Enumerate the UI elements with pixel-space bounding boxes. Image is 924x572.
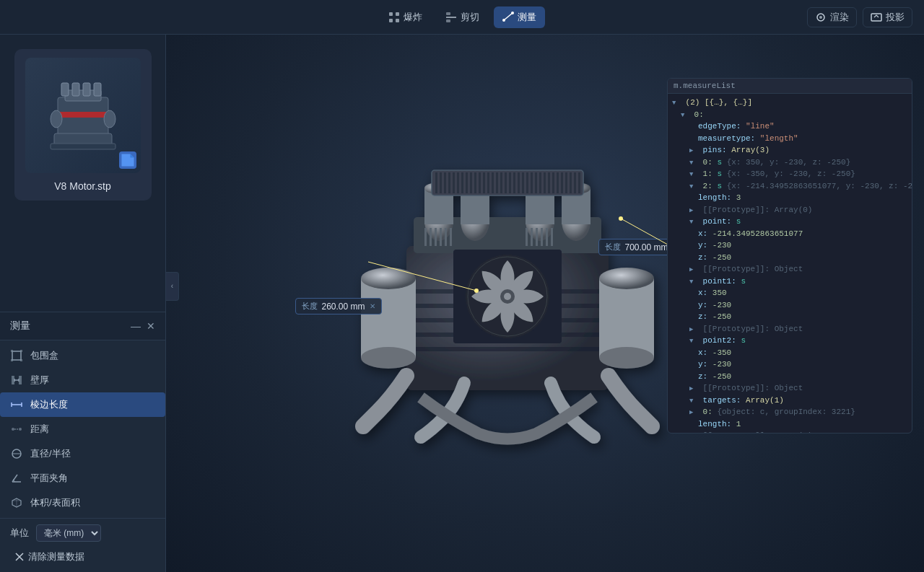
svg-rect-101 — [492, 172, 494, 193]
expand-pins[interactable] — [689, 146, 698, 157]
svg-rect-111 — [535, 172, 537, 193]
file-card[interactable]: V8 Motor.stp — [14, 49, 152, 201]
measure-item-diameter[interactable]: 直径/半径 — [0, 441, 165, 466]
expand-proto2[interactable] — [689, 325, 698, 335]
minimize-icon[interactable]: — — [131, 320, 141, 332]
measure-item-angle[interactable]: 平面夹角 — [0, 466, 165, 490]
file-name: V8 Motor.stp — [54, 180, 111, 192]
vol-icon — [10, 496, 23, 509]
render-button[interactable]: 渲染 — [807, 7, 857, 27]
svg-rect-104 — [505, 172, 507, 193]
expand-proto0[interactable] — [689, 206, 698, 216]
project-label: 投影 — [886, 11, 905, 24]
expand-targets[interactable] — [689, 397, 698, 407]
unit-label: 单位 — [10, 527, 29, 540]
svg-rect-72 — [599, 278, 654, 358]
svg-rect-16 — [83, 83, 90, 96]
svg-rect-4 — [446, 17, 456, 18]
svg-rect-86 — [551, 228, 553, 246]
clear-button[interactable]: 清除测量数据 — [10, 547, 89, 566]
toolbar-right: 渲染 投影 — [807, 7, 912, 27]
explode-button[interactable]: 爆炸 — [380, 6, 431, 28]
svg-rect-14 — [61, 83, 69, 96]
measure-icon — [502, 12, 514, 23]
measure-button[interactable]: 测量 — [494, 6, 545, 28]
svg-rect-121 — [578, 172, 580, 193]
console-panel[interactable]: m.measureList (2) [{…}, {…}] 0: edgeType… — [667, 78, 912, 434]
measure-item-label: 平面夹角 — [30, 472, 68, 485]
close-icon[interactable]: ✕ — [147, 320, 155, 332]
viewport[interactable]: 长度 260.00 mm ✕ 长度 700.00 mm ✕ m.measureL… — [166, 35, 924, 572]
cut-icon — [445, 12, 457, 23]
cut-button[interactable]: 剪切 — [437, 6, 488, 28]
expand-point2[interactable] — [689, 337, 698, 347]
collapse-arrow[interactable]: ‹ — [166, 272, 179, 301]
expand-arrow-0[interactable] — [681, 111, 689, 121]
expand-point[interactable] — [689, 218, 698, 228]
svg-rect-5 — [446, 12, 450, 15]
top-toolbar: 爆炸 剪切 测量 — [0, 0, 924, 35]
svg-rect-88 — [435, 172, 437, 193]
svg-rect-118 — [565, 172, 567, 193]
measure-items: 包围盒 壁厚 — [0, 340, 165, 518]
svg-rect-100 — [487, 172, 489, 193]
svg-rect-92 — [453, 172, 455, 193]
expand-tgt0[interactable] — [689, 408, 698, 418]
svg-rect-80 — [450, 228, 452, 246]
expand-1[interactable] — [689, 170, 698, 180]
expand-point1[interactable] — [689, 278, 698, 288]
svg-rect-110 — [531, 172, 533, 193]
project-button[interactable]: 投影 — [863, 7, 912, 27]
measure-item-wall-thickness[interactable]: 壁厚 — [0, 368, 165, 392]
expand-proto4[interactable] — [689, 432, 698, 433]
svg-rect-120 — [574, 172, 576, 193]
svg-rect-49 — [406, 347, 609, 351]
measure-item-bounding-box[interactable]: 包围盒 — [0, 343, 165, 368]
measure-title: 测量 — [10, 320, 30, 333]
svg-rect-68 — [361, 278, 416, 358]
console-body[interactable]: (2) [{…}, {…}] 0: edgeType: "line" measu… — [668, 94, 912, 433]
svg-rect-79 — [445, 228, 447, 246]
svg-point-20 — [104, 110, 116, 128]
measure-item-volume[interactable]: 体积/表面积 — [0, 490, 165, 515]
measure-item-label: 直径/半径 — [30, 447, 71, 460]
svg-rect-119 — [570, 172, 572, 193]
svg-rect-18 — [59, 112, 107, 118]
measure-label: 测量 — [518, 11, 536, 24]
expand-proto3[interactable] — [689, 384, 698, 395]
render-label: 渲染 — [830, 11, 849, 24]
measure-item-edge-length[interactable]: 棱边长度 — [0, 392, 165, 417]
console-header: m.measureList — [668, 79, 912, 94]
engine-model — [320, 116, 695, 491]
svg-rect-114 — [548, 172, 550, 193]
expand-arrow-root[interactable] — [672, 99, 681, 109]
expand-0[interactable] — [689, 159, 698, 169]
svg-rect-15 — [72, 83, 79, 96]
measure-item-label: 距离 — [30, 423, 49, 436]
svg-rect-25 — [20, 350, 22, 352]
svg-rect-83 — [536, 228, 538, 246]
angle-icon — [10, 472, 23, 485]
svg-rect-0 — [389, 12, 393, 16]
expand-proto1[interactable] — [689, 265, 698, 276]
svg-rect-98 — [479, 172, 481, 193]
unit-select[interactable]: 毫米 (mm) 厘米 (cm) 米 (m) 英寸 (in) — [36, 524, 101, 542]
svg-rect-23 — [12, 351, 21, 360]
svg-rect-103 — [500, 172, 502, 193]
svg-rect-1 — [396, 12, 399, 16]
measure-item-label: 棱边长度 — [30, 398, 68, 411]
svg-rect-85 — [546, 228, 548, 246]
measure-panel: 测量 — ✕ 包围盒 — [0, 312, 166, 572]
svg-rect-108 — [522, 172, 524, 193]
svg-point-70 — [361, 347, 416, 369]
diam-icon — [10, 447, 23, 460]
close-label-1[interactable]: ✕ — [370, 302, 375, 310]
svg-rect-27 — [20, 359, 22, 361]
svg-point-37 — [19, 428, 22, 431]
expand-2[interactable] — [689, 182, 698, 193]
edge-icon — [10, 398, 23, 411]
measure-item-distance[interactable]: 距离 — [0, 417, 165, 441]
svg-rect-93 — [457, 172, 459, 193]
svg-rect-117 — [561, 172, 563, 193]
svg-rect-6 — [446, 19, 450, 22]
